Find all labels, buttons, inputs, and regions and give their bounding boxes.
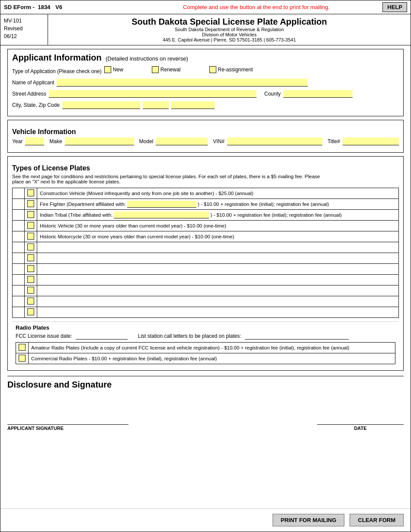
applicant-section: Applicant Information (Detailed instruct…	[7, 49, 404, 116]
checkbox-renewal[interactable]	[152, 66, 159, 73]
street-input[interactable]	[49, 90, 257, 98]
city-state-zip-label: City, State, Zip Code	[12, 102, 60, 108]
city-input[interactable]	[62, 101, 140, 109]
street-label: Street Address	[12, 91, 46, 97]
plate-desc-2: Fire Fighter (Department affiliated with…	[37, 199, 399, 210]
plate-checkbox-e2[interactable]	[27, 254, 34, 261]
state-input[interactable]	[143, 101, 169, 109]
make-label: Make	[49, 138, 62, 144]
plates-section-title: Types of License Plates	[12, 164, 399, 172]
plates-table: Construction Vehicle (Moved infrequently…	[12, 188, 399, 318]
instruction-text: Complete and use the button at the end t…	[130, 4, 383, 10]
radio-desc-2: Commercial Radio Plates - $10.00 + regis…	[29, 353, 395, 364]
clear-button[interactable]: CLEAR FORM	[350, 514, 404, 526]
name-input[interactable]	[57, 79, 308, 87]
check-cell-2[interactable]	[25, 199, 37, 210]
plate-checkbox-4[interactable]	[27, 222, 34, 229]
form-dept: South Dakota Department of Revenue & Reg…	[51, 27, 407, 32]
row-num-2	[13, 199, 25, 210]
title-input[interactable]	[343, 138, 399, 145]
call-label: List station call letters to be placed o…	[138, 333, 241, 339]
app-type-label: Type of Application (Please check one)	[12, 68, 102, 74]
plate-checkbox-3[interactable]	[27, 211, 34, 218]
year-input[interactable]	[25, 138, 44, 145]
checkbox-reassignment-container: Re-assignment	[209, 66, 253, 73]
county-input[interactable]	[283, 90, 353, 98]
fcc-label: FCC License issue date:	[16, 333, 72, 339]
radio-desc-1: Amateur Radio Plates (Include a copy of …	[29, 343, 395, 353]
disclosure-title: Disclosure and Signature	[7, 380, 404, 390]
zip-input[interactable]	[171, 101, 215, 109]
model-input[interactable]	[156, 138, 208, 145]
row-num-3	[13, 210, 25, 221]
table-row: Amateur Radio Plates (Include a copy of …	[16, 343, 395, 353]
check-cell-5[interactable]	[25, 231, 37, 242]
table-row-empty	[13, 253, 399, 264]
plates-section: Types of License Plates See the next pag…	[7, 156, 404, 371]
help-button[interactable]: HELP	[382, 2, 407, 12]
county-label: County	[264, 91, 281, 97]
form-date: 06/12	[4, 32, 44, 40]
form-id-block: SD EForm - 1834 V6	[4, 4, 130, 10]
disclosure-section: Disclosure and Signature APPLICANT SIGNA…	[7, 376, 404, 434]
plate-desc-5: Historic Motorcycle (30 or more years ol…	[37, 231, 399, 242]
radio-section: Radio Plates FCC License issue date: Lis…	[12, 321, 399, 367]
fire-dept-input[interactable]	[127, 201, 196, 208]
table-row: Fire Fighter (Department affiliated with…	[13, 199, 399, 210]
row-num-4	[13, 221, 25, 231]
call-letters-input[interactable]	[245, 333, 349, 340]
plate-checkbox-e4[interactable]	[27, 276, 34, 283]
vehicle-section-title: Vehicle Information	[12, 128, 399, 136]
plate-desc-1: Construction Vehicle (Moved infrequently…	[37, 188, 399, 199]
applicant-section-title: Applicant Information	[12, 53, 102, 62]
form-ref: MV-101	[4, 17, 44, 25]
radio-checkbox-2[interactable]	[19, 355, 26, 362]
type-new-label: New	[113, 67, 123, 73]
year-label: Year	[12, 138, 22, 144]
name-label: Name of Applicant	[12, 80, 54, 86]
print-button[interactable]: PRINT FOR MAILING	[273, 514, 345, 526]
form-revised: Revised	[4, 25, 44, 32]
row-num-1	[13, 188, 25, 199]
checkbox-reassignment[interactable]	[209, 66, 216, 73]
plate-checkbox-e5[interactable]	[27, 287, 34, 294]
radio-checkbox-1[interactable]	[19, 344, 26, 351]
form-version: V6	[55, 4, 62, 10]
table-row-empty	[13, 264, 399, 275]
form-id: SD EForm -	[4, 4, 35, 10]
plate-checkbox-e3[interactable]	[27, 265, 34, 272]
plate-checkbox-e7[interactable]	[27, 308, 34, 315]
model-label: Model	[139, 138, 154, 144]
make-input[interactable]	[65, 138, 134, 145]
form-division: Division of Motor Vehicles	[51, 32, 407, 37]
fcc-date-input[interactable]	[76, 333, 128, 340]
row-num-5	[13, 231, 25, 242]
plate-checkbox-e1[interactable]	[27, 244, 34, 250]
type-renewal-label: Renewal	[161, 67, 181, 73]
check-cell-3[interactable]	[25, 210, 37, 221]
check-cell-4[interactable]	[25, 221, 37, 231]
plate-desc-4: Historic Vehicle (30 or more years older…	[37, 221, 399, 231]
radio-title: Radio Plates	[16, 324, 395, 331]
plates-desc2: place an "X" next to the applicable lice…	[12, 179, 120, 184]
title-block: South Dakota Special License Plate Appli…	[48, 14, 411, 45]
footer: PRINT FOR MAILING CLEAR FORM	[0, 508, 411, 532]
checkbox-new[interactable]	[104, 66, 111, 73]
plate-checkbox-5[interactable]	[27, 233, 34, 240]
tribal-input[interactable]	[114, 212, 209, 218]
table-row: Historic Vehicle (30 or more years older…	[13, 221, 399, 231]
title-label: Title#	[328, 138, 340, 144]
plate-checkbox-e6[interactable]	[27, 298, 34, 304]
applicant-signature-label: APPLICANT SIGNATURE	[7, 424, 128, 431]
form-address: 445 E. Capitol Avenue | Pierre, SD 57501…	[51, 37, 407, 42]
check-cell-1[interactable]	[25, 188, 37, 199]
plate-checkbox-1[interactable]	[27, 189, 34, 196]
signature-area: APPLICANT SIGNATURE DATE	[7, 424, 404, 434]
plate-checkbox-2[interactable]	[27, 200, 34, 207]
date-label: DATE	[317, 424, 404, 431]
table-row-empty	[13, 285, 399, 296]
table-row: Construction Vehicle (Moved infrequently…	[13, 188, 399, 199]
radio-plates-table: Amateur Radio Plates (Include a copy of …	[16, 342, 395, 364]
table-row: Indian Tribal (Tribe affiliated with: ) …	[13, 210, 399, 221]
vin-input[interactable]	[227, 138, 322, 145]
